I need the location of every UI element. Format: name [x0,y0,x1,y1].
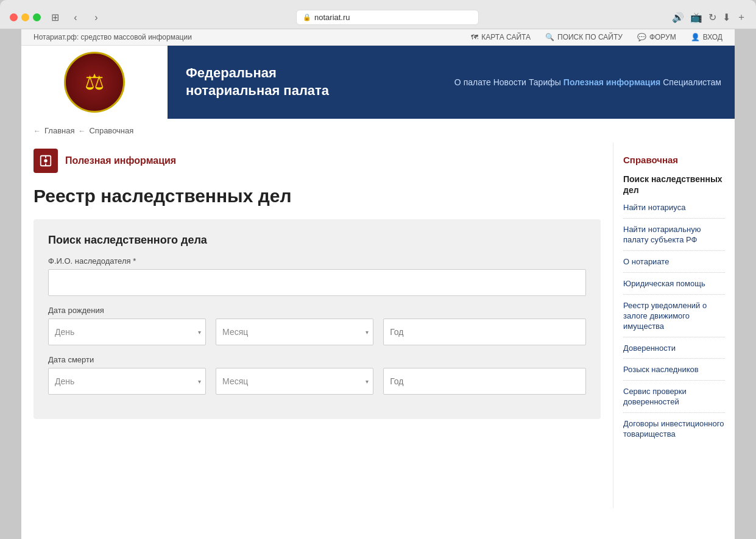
lock-icon: 🔒 [303,13,311,21]
forward-button[interactable]: › [90,11,103,24]
sidebar-active-item: Поиск наследственных дел [623,174,725,196]
utility-links: 🗺 КАРТА САЙТА 🔍 ПОИСК ПО САЙТУ 💬 ФОРУМ 👤… [471,33,722,41]
search-icon: 🔍 [545,33,554,41]
section-title: Полезная информация [65,155,176,166]
fio-field-group: Ф.И.О. наследодателя * [48,256,586,296]
sitemap-icon: 🗺 [471,33,478,41]
sitemap-link[interactable]: 🗺 КАРТА САЙТА [471,33,531,41]
death-date-group: Дата смерти День ▾ Месяц ▾ [48,355,586,395]
refresh-icon[interactable]: ↻ [708,12,716,23]
browser-chrome: ⊞ ‹ › 🔒 notariat.ru 🔊 📺 ↻ ⬇ ＋ [0,0,756,29]
nav-news[interactable]: Новости [492,74,528,90]
maximize-button[interactable] [33,13,41,21]
login-link[interactable]: 👤 ВХОД [691,33,722,41]
svg-point-1 [44,159,48,163]
birth-year-input[interactable] [383,319,586,345]
nav-useful[interactable]: Полезная информация [562,74,662,90]
sidebar-title: Справочная [623,155,725,165]
birth-day-wrap: День ▾ [48,319,206,345]
close-button[interactable] [10,13,18,21]
main-header: ⚖ Федеральная нотариальная палата О пала… [21,46,735,119]
sidebar-heir-search[interactable]: Розыск наследников [623,365,725,381]
search-card-title: Поиск наследственного дела [48,234,586,247]
address-bar-wrap: 🔒 notariat.ru [110,10,665,25]
breadcrumb-home[interactable]: Главная [44,126,74,135]
birth-date-row: День ▾ Месяц ▾ [48,319,586,345]
download-icon[interactable]: ⬇ [722,12,730,23]
sidebar: Справочная Поиск наследственных дел Найт… [613,143,735,508]
main-content: Полезная информация Реестр наследственны… [21,143,613,508]
fio-input[interactable] [48,269,586,296]
sidebar-pledge-registry[interactable]: Реестр уведомлений о залоге движимого им… [623,301,725,337]
breadcrumb: ← Главная ← Справочная [21,119,735,143]
death-year-input[interactable] [383,368,586,395]
section-header: Полезная информация [34,149,601,173]
browser-right-icons: 🔊 📺 ↻ ⬇ ＋ [672,11,746,24]
death-date-row: День ▾ Месяц ▾ [48,368,586,395]
volume-icon[interactable]: 🔊 [672,12,684,23]
site-name: Нотариат.рф: средство массовой информаци… [34,33,192,41]
sidebar-find-chamber[interactable]: Найти нотариальную палату субъекта РФ [623,225,725,251]
death-day-wrap: День ▾ [48,368,206,395]
sidebar-powers-of-attorney[interactable]: Доверенности [623,343,725,359]
birth-date-label: Дата рождения [48,306,586,315]
breadcrumb-arrow-2: ← [78,127,85,135]
utility-bar: Нотариат.рф: средство массовой информаци… [21,29,735,46]
cast-icon[interactable]: 📺 [690,12,702,23]
sidebar-legal-help[interactable]: Юридическая помощь [623,279,725,295]
new-tab-icon[interactable]: ＋ [737,11,746,24]
forum-icon: 💬 [637,33,646,41]
birth-month-wrap: Месяц ▾ [216,319,373,345]
logo-emblem: ⚖ [64,52,125,113]
birth-month-select[interactable]: Месяц [216,319,373,345]
death-month-wrap: Месяц ▾ [216,368,373,395]
header-title: Федеральная нотариальная палата [168,52,453,111]
birth-date-group: Дата рождения День ▾ Месяц ▾ [48,306,586,345]
nav-specialists[interactable]: Специалистам [662,74,722,90]
death-day-select[interactable]: День [48,368,206,395]
sidebar-find-notary[interactable]: Найти нотариуса [623,203,725,219]
logo-section: ⚖ [21,46,168,119]
death-month-select[interactable]: Месяц [216,368,373,395]
nav-tariffs[interactable]: Тарифы [528,74,562,90]
sidebar-investment-contracts[interactable]: Договоры инвестиционного товарищества [623,419,725,445]
minimize-button[interactable] [21,13,29,21]
sidebar-poa-check[interactable]: Сервис проверки доверенностей [623,387,725,413]
nav-about[interactable]: О палате [453,74,492,90]
address-bar[interactable]: 🔒 notariat.ru [296,10,479,25]
breadcrumb-arrow-1: ← [34,127,41,135]
page-main-title: Реестр наследственных дел [34,185,601,207]
search-card: Поиск наследственного дела Ф.И.О. наслед… [34,219,601,419]
death-date-label: Дата смерти [48,355,586,364]
main-nav: О палате Новости Тарифы Полезная информа… [453,74,735,90]
breadcrumb-reference[interactable]: Справочная [89,126,133,135]
search-link[interactable]: 🔍 ПОИСК ПО САЙТУ [545,33,623,41]
back-button[interactable]: ‹ [69,11,82,24]
traffic-lights [10,13,41,21]
user-icon: 👤 [691,33,700,41]
content-wrapper: Полезная информация Реестр наследственны… [21,143,735,508]
logo-image: ⚖ [85,69,104,95]
org-title: Федеральная нотариальная палата [186,65,435,99]
forum-link[interactable]: 💬 ФОРУМ [637,33,676,41]
section-icon [34,149,58,173]
fio-label: Ф.И.О. наследодателя * [48,256,586,266]
url-text: notariat.ru [314,13,350,22]
sidebar-about-notariat[interactable]: О нотариате [623,257,725,273]
site-container: Нотариат.рф: средство массовой информаци… [21,29,735,539]
birth-day-select[interactable]: День [48,319,206,345]
sidebar-toggle-button[interactable]: ⊞ [48,11,62,24]
